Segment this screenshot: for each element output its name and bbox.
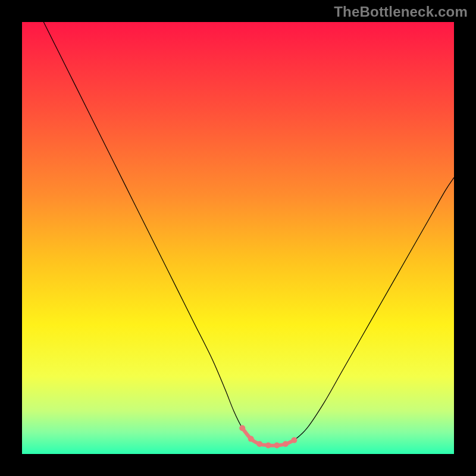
highlight-marker [239, 425, 245, 431]
bottleneck-curve [43, 22, 454, 446]
highlight-marker [256, 441, 262, 447]
plot-area [22, 22, 454, 454]
highlight-marker [283, 441, 289, 447]
watermark-text: TheBottleneck.com [334, 4, 468, 20]
highlight-marker [248, 436, 254, 442]
highlight-marker [265, 442, 271, 448]
curve-layer [22, 22, 454, 454]
chart-frame: TheBottleneck.com [0, 0, 476, 476]
highlight-marker [274, 442, 280, 448]
highlight-marker [291, 437, 297, 443]
